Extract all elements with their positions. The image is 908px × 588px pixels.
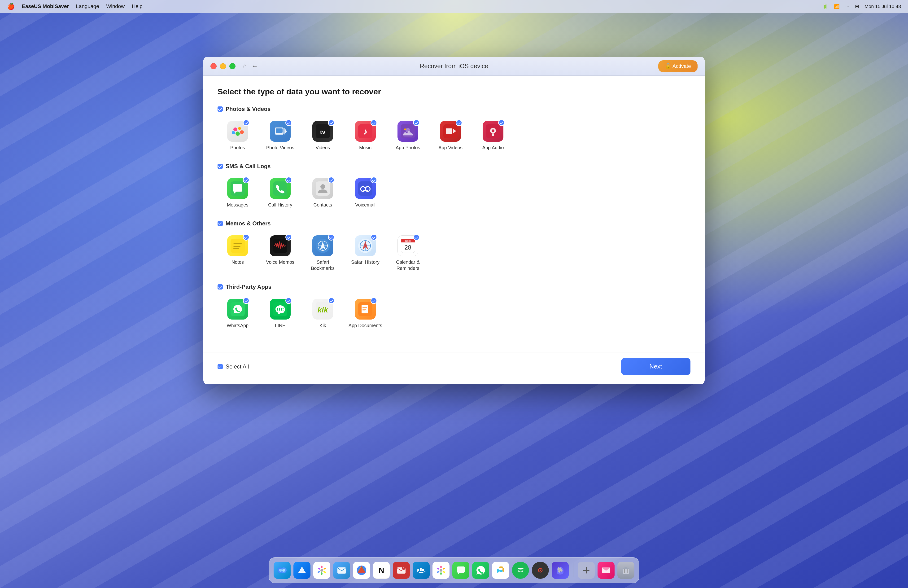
item-music[interactable]: ♪ Music <box>345 117 385 155</box>
dock-mastodon[interactable]: 🐘 <box>552 562 569 579</box>
icon-wrapper-line <box>270 299 291 319</box>
dock-messages[interactable] <box>452 562 469 579</box>
svg-point-1 <box>238 127 241 130</box>
category-header-sms: SMS & Call Logs <box>217 163 691 169</box>
svg-point-99 <box>516 566 525 575</box>
icon-wrapper-messages <box>227 178 248 199</box>
icon-wrapper-videos: tv <box>312 121 333 142</box>
item-app-audio[interactable]: App Audio <box>473 117 513 155</box>
menu-window[interactable]: Window <box>106 3 125 10</box>
check-calendar <box>413 234 420 240</box>
svg-rect-86 <box>420 569 422 571</box>
dock-notion[interactable]: N <box>373 562 390 579</box>
item-videos[interactable]: tv Videos <box>303 117 343 155</box>
checkbox-memos[interactable] <box>217 221 223 226</box>
dock-mail[interactable] <box>333 562 350 579</box>
svg-rect-84 <box>417 569 419 571</box>
item-voice-memos[interactable]: Voice Memos <box>260 232 300 275</box>
menubar-left: 🍎 EaseUS MobiSaver Language Window Help <box>7 3 143 10</box>
item-label-voice-memos: Voice Memos <box>266 259 295 265</box>
dock-slack[interactable] <box>492 562 509 579</box>
checkbox-select-all[interactable] <box>217 364 223 369</box>
item-safari-bookmarks[interactable]: Safari Bookmarks <box>303 232 343 275</box>
dock-add[interactable] <box>578 562 595 579</box>
category-header-photos-videos: Photos & Videos <box>217 106 691 112</box>
apple-menu[interactable]: 🍎 <box>7 3 14 10</box>
svg-rect-54 <box>279 308 280 311</box>
check-safari-history <box>370 234 377 240</box>
dock-chrome[interactable] <box>353 562 370 579</box>
checkbox-third-party[interactable] <box>217 284 223 290</box>
item-kik[interactable]: kik Kik <box>303 295 343 332</box>
item-calendar[interactable]: WED28 Calendar & Reminders <box>388 232 428 275</box>
minimize-button[interactable] <box>220 63 226 69</box>
item-label-notes: Notes <box>232 259 244 265</box>
svg-point-77 <box>317 567 320 570</box>
item-whatsapp[interactable]: WhatsApp <box>217 295 258 332</box>
select-all[interactable]: Select All <box>217 363 249 370</box>
app-name-menu[interactable]: EaseUS MobiSaver <box>22 3 69 10</box>
item-line[interactable]: LINE <box>260 295 300 332</box>
category-memos: Memos & Others Notes <box>217 220 691 275</box>
dock-circleci[interactable] <box>532 562 549 579</box>
dock-docker[interactable] <box>413 562 430 579</box>
dock-photos[interactable] <box>313 562 330 579</box>
dock-photos2[interactable] <box>433 562 449 579</box>
icon-wrapper-photo-videos <box>270 121 291 142</box>
items-grid-sms: Messages Call History <box>217 174 691 212</box>
item-safari-history[interactable]: Safari History <box>345 232 385 275</box>
dock-airmail[interactable] <box>597 562 615 579</box>
item-photo-videos[interactable]: Photo Videos <box>260 117 300 155</box>
svg-rect-30 <box>363 190 368 191</box>
item-app-documents[interactable]: App Documents <box>345 295 385 332</box>
menubar-time: Mon 15 Jul 10:48 <box>865 4 901 9</box>
checkbox-photos-videos[interactable] <box>217 106 223 112</box>
close-button[interactable] <box>211 63 217 69</box>
item-label-app-audio: App Audio <box>482 145 504 151</box>
item-app-videos[interactable]: App Videos <box>430 117 470 155</box>
check-notes <box>243 234 250 240</box>
check-whatsapp <box>243 297 250 304</box>
icon-wrapper-music: ♪ <box>355 121 376 142</box>
menubar-grid: ⊞ <box>855 3 859 9</box>
maximize-button[interactable] <box>229 63 235 69</box>
home-icon[interactable]: ⌂ <box>243 63 246 70</box>
menubar-battery: 🔋 <box>822 3 828 9</box>
check-music <box>370 119 377 126</box>
item-contacts[interactable]: Contacts <box>303 174 343 212</box>
item-app-photos[interactable]: App Photos <box>388 117 428 155</box>
check-contacts <box>328 177 335 183</box>
activate-button[interactable]: 🔓 Activate <box>658 60 697 72</box>
item-photos[interactable]: Photos <box>217 117 258 155</box>
dock-appstore[interactable] <box>293 562 311 579</box>
svg-point-71 <box>320 569 323 572</box>
menu-help[interactable]: Help <box>132 3 142 10</box>
svg-point-26 <box>320 184 325 189</box>
svg-point-89 <box>440 565 442 569</box>
menubar-dots: ··· <box>845 4 849 9</box>
dock-mail2[interactable]: ! <box>393 562 410 579</box>
item-notes[interactable]: Notes <box>217 232 258 275</box>
svg-point-15 <box>404 129 406 130</box>
svg-text:!: ! <box>403 567 404 569</box>
dock-finder[interactable] <box>274 562 291 579</box>
item-call-history[interactable]: Call History <box>260 174 300 212</box>
item-voicemail[interactable]: Voicemail <box>345 174 385 212</box>
svg-rect-22 <box>492 134 494 136</box>
dock-trash[interactable] <box>617 562 634 579</box>
svg-text:28: 28 <box>404 244 411 251</box>
item-label-safari-history: Safari History <box>351 259 380 265</box>
menu-language[interactable]: Language <box>76 3 99 10</box>
next-button[interactable]: Next <box>621 358 691 375</box>
footer: Select All Next <box>203 352 705 384</box>
back-icon[interactable]: ← <box>251 63 258 70</box>
svg-point-69 <box>282 569 285 572</box>
svg-rect-33 <box>233 246 240 247</box>
checkbox-sms[interactable] <box>217 164 223 169</box>
icon-wrapper-app-photos <box>398 121 418 142</box>
item-messages[interactable]: Messages <box>217 174 258 212</box>
check-photo-videos <box>285 119 292 126</box>
svg-rect-97 <box>502 568 504 572</box>
dock-whatsapp[interactable] <box>472 562 489 579</box>
dock-spotify[interactable] <box>512 562 529 579</box>
